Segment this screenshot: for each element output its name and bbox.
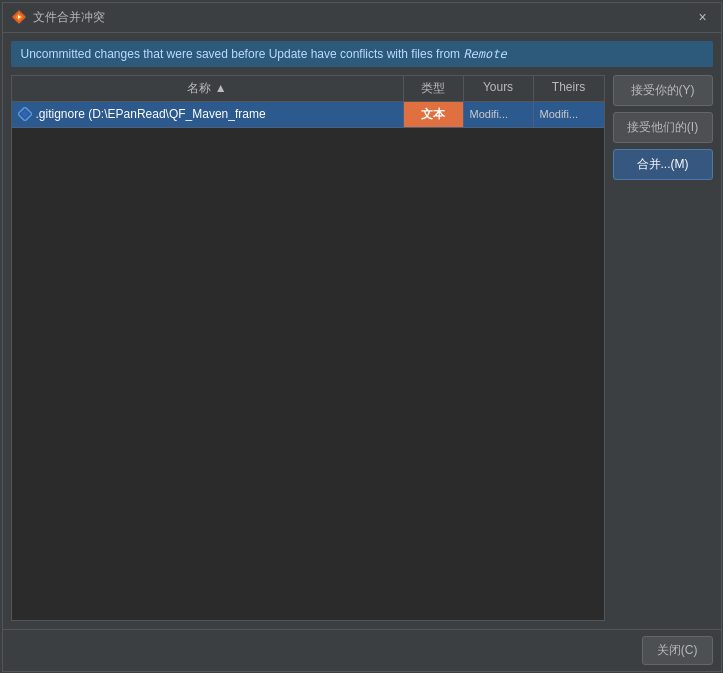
close-button[interactable]: 关闭(C) bbox=[642, 636, 713, 665]
table-header: 名称 ▲ 类型 Yours Theirs bbox=[12, 76, 604, 102]
main-area: 名称 ▲ 类型 Yours Theirs .gitignore (D:\EPan… bbox=[11, 75, 713, 621]
header-type[interactable]: 类型 bbox=[404, 76, 464, 101]
file-diamond-icon bbox=[18, 107, 32, 121]
accept-yours-button[interactable]: 接受你的(Y) bbox=[613, 75, 713, 106]
merge-button[interactable]: 合并...(M) bbox=[613, 149, 713, 180]
dialog-content: Uncommitted changes that were saved befo… bbox=[3, 33, 721, 629]
info-text-before: Uncommitted changes that were saved befo… bbox=[21, 47, 461, 61]
header-theirs[interactable]: Theirs bbox=[534, 76, 604, 101]
close-x-button[interactable]: × bbox=[693, 7, 713, 27]
cell-type: 文本 bbox=[404, 102, 464, 127]
accept-theirs-button[interactable]: 接受他们的(I) bbox=[613, 112, 713, 143]
cell-yours: Modifi... bbox=[464, 102, 534, 127]
svg-marker-4 bbox=[21, 110, 29, 118]
file-merge-conflict-dialog: 文件合并冲突 × Uncommitted changes that were s… bbox=[2, 2, 722, 672]
action-buttons: 接受你的(Y) 接受他们的(I) 合并...(M) bbox=[613, 75, 713, 621]
file-name-text: .gitignore (D:\EPanRead\QF_Maven_frame bbox=[36, 107, 266, 121]
title-bar: 文件合并冲突 × bbox=[3, 3, 721, 33]
header-yours[interactable]: Yours bbox=[464, 76, 534, 101]
app-icon bbox=[11, 9, 27, 25]
remote-label: Remote bbox=[463, 47, 506, 61]
cell-theirs: Modifi... bbox=[534, 102, 604, 127]
table-row[interactable]: .gitignore (D:\EPanRead\QF_Maven_frame 文… bbox=[12, 102, 604, 128]
dialog-footer: 关闭(C) bbox=[3, 629, 721, 671]
conflict-table: 名称 ▲ 类型 Yours Theirs .gitignore (D:\EPan… bbox=[11, 75, 605, 621]
cell-name: .gitignore (D:\EPanRead\QF_Maven_frame bbox=[12, 102, 404, 127]
title-bar-left: 文件合并冲突 bbox=[11, 9, 105, 26]
dialog-title: 文件合并冲突 bbox=[33, 9, 105, 26]
header-name[interactable]: 名称 ▲ bbox=[12, 76, 404, 101]
info-bar: Uncommitted changes that were saved befo… bbox=[11, 41, 713, 67]
